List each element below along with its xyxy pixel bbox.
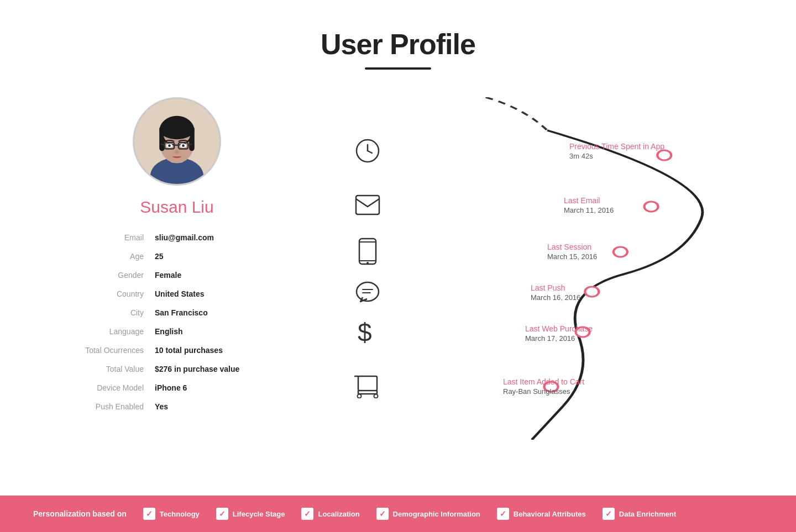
clock-icon xyxy=(354,137,381,165)
detail-label: Country xyxy=(77,289,155,298)
timeline-item-last-session: Last Session March 15, 2016 xyxy=(354,238,597,265)
footer-item-behavioral: ✓ Behavioral Attributes xyxy=(497,508,586,520)
detail-row: Push Enabled Yes xyxy=(77,402,310,411)
check-mark: ✓ xyxy=(379,509,386,518)
footer-item-enrichment: ✓ Data Enrichment xyxy=(603,508,676,520)
detail-label: City xyxy=(77,308,155,317)
phone-icon xyxy=(354,238,381,265)
footer-item-lifecycle: ✓ Lifecycle Stage xyxy=(216,508,285,520)
avatar-section: Susan Liu xyxy=(44,97,310,217)
check-box: ✓ xyxy=(376,508,389,520)
svg-rect-37 xyxy=(358,376,377,391)
detail-value: sliu@gmail.com xyxy=(155,233,214,242)
event-text-last-push: Last Push March 16, 2016 xyxy=(531,283,580,302)
timeline-item-last-push: Last Push March 16, 2016 xyxy=(354,278,580,306)
detail-value: 25 xyxy=(155,252,164,261)
svg-line-27 xyxy=(368,151,372,153)
footer-item-label: Data Enrichment xyxy=(619,510,676,518)
footer-item-label: Technology xyxy=(160,510,200,518)
event-name: Last Web Purchase xyxy=(525,324,593,333)
footer-item-technology: ✓ Technology xyxy=(143,508,200,520)
event-date: Ray-Ban Sunglasses xyxy=(503,387,584,396)
timeline-item-last-purchase: $ Last Web Purchase March 17, 2016 xyxy=(354,319,593,347)
check-box: ✓ xyxy=(603,508,615,520)
page-title: User Profile xyxy=(0,28,796,61)
detail-row: Gender Female xyxy=(77,271,310,280)
event-text-time-spent: Previous Time Spent in App 3m 42s xyxy=(569,142,664,160)
detail-label: Gender xyxy=(77,271,155,280)
check-mark: ✓ xyxy=(304,509,311,518)
detail-row: Total Ocurrences 10 total purchases xyxy=(77,346,310,355)
event-text-last-email: Last Email March 11, 2016 xyxy=(564,196,614,214)
detail-value: $276 in purchase value xyxy=(155,365,239,373)
page-container: User Profile xyxy=(0,0,796,532)
event-name: Last Session xyxy=(547,243,597,251)
event-name: Last Push xyxy=(531,283,580,292)
footer-bar: Personalization based on ✓ Technology ✓ … xyxy=(0,496,796,532)
check-box: ✓ xyxy=(497,508,509,520)
detail-row: Age 25 xyxy=(77,252,310,261)
detail-label: Age xyxy=(77,252,155,261)
header-underline xyxy=(365,67,431,70)
detail-row: Country United States xyxy=(77,289,310,298)
user-details: Email sliu@gmail.com Age 25 Gender Femal… xyxy=(44,233,310,411)
detail-row: Language English xyxy=(77,327,310,336)
event-text-last-session: Last Session March 15, 2016 xyxy=(547,243,597,261)
check-mark: ✓ xyxy=(146,509,153,518)
detail-value: Yes xyxy=(155,402,168,411)
detail-value: San Francisco xyxy=(155,308,208,317)
avatar xyxy=(133,97,221,186)
event-date: March 15, 2016 xyxy=(547,252,597,261)
svg-point-32 xyxy=(366,262,369,264)
detail-value: Female xyxy=(155,271,181,280)
event-name: Last Item Added to Cart xyxy=(503,377,584,386)
detail-label: Total Value xyxy=(77,365,155,373)
footer-item-label: Lifecycle Stage xyxy=(233,510,285,518)
event-name: Previous Time Spent in App xyxy=(569,142,664,151)
check-mark: ✓ xyxy=(500,509,506,518)
svg-text:$: $ xyxy=(358,319,372,347)
timeline-item-last-email: Last Email March 11, 2016 xyxy=(354,191,614,219)
event-text-last-purchase: Last Web Purchase March 17, 2016 xyxy=(525,324,593,343)
dollar-icon: $ xyxy=(354,319,381,347)
svg-point-8 xyxy=(159,120,195,140)
footer-item-label: Localization xyxy=(318,510,359,518)
svg-point-22 xyxy=(585,287,599,297)
main-content: Susan Liu Email sliu@gmail.com Age 25 Ge… xyxy=(0,81,796,496)
svg-point-16 xyxy=(168,144,171,147)
footer-item-localization: ✓ Localization xyxy=(301,508,359,520)
left-panel: Susan Liu Email sliu@gmail.com Age 25 Ge… xyxy=(44,97,310,484)
footer-items: ✓ Technology ✓ Lifecycle Stage ✓ Localiz… xyxy=(143,508,676,520)
svg-point-17 xyxy=(182,144,185,147)
footer-item-label: Behavioral Attributes xyxy=(514,510,586,518)
check-box: ✓ xyxy=(143,508,155,520)
detail-value: 10 total purchases xyxy=(155,346,223,355)
svg-point-41 xyxy=(358,394,362,398)
event-date: March 17, 2016 xyxy=(525,334,593,343)
footer-item-label: Demographic Information xyxy=(393,510,480,518)
check-box: ✓ xyxy=(301,508,313,520)
detail-row: Email sliu@gmail.com xyxy=(77,233,310,242)
timeline-item-time-spent: Previous Time Spent in App 3m 42s xyxy=(354,137,664,165)
detail-row: City San Francisco xyxy=(77,308,310,317)
svg-rect-28 xyxy=(356,196,379,214)
event-date: March 11, 2016 xyxy=(564,206,614,214)
event-text-last-cart: Last Item Added to Cart Ray-Ban Sunglass… xyxy=(503,377,584,396)
check-mark: ✓ xyxy=(605,509,612,518)
detail-label: Email xyxy=(77,233,155,242)
svg-point-33 xyxy=(357,282,379,301)
detail-row: Total Value $276 in purchase value xyxy=(77,365,310,373)
right-panel: Previous Time Spent in App 3m 42s Last E… xyxy=(332,97,763,484)
email-icon xyxy=(354,191,381,219)
event-name: Last Email xyxy=(564,196,614,205)
detail-value: iPhone 6 xyxy=(155,383,187,392)
footer-item-demographic: ✓ Demographic Information xyxy=(376,508,480,520)
check-box: ✓ xyxy=(216,508,228,520)
detail-label: Total Ocurrences xyxy=(77,346,155,355)
footer-label: Personalization based on xyxy=(33,509,127,518)
detail-label: Device Model xyxy=(77,383,155,392)
check-mark: ✓ xyxy=(219,509,226,518)
detail-value: English xyxy=(155,327,183,336)
svg-point-42 xyxy=(374,394,378,398)
detail-label: Push Enabled xyxy=(77,402,155,411)
